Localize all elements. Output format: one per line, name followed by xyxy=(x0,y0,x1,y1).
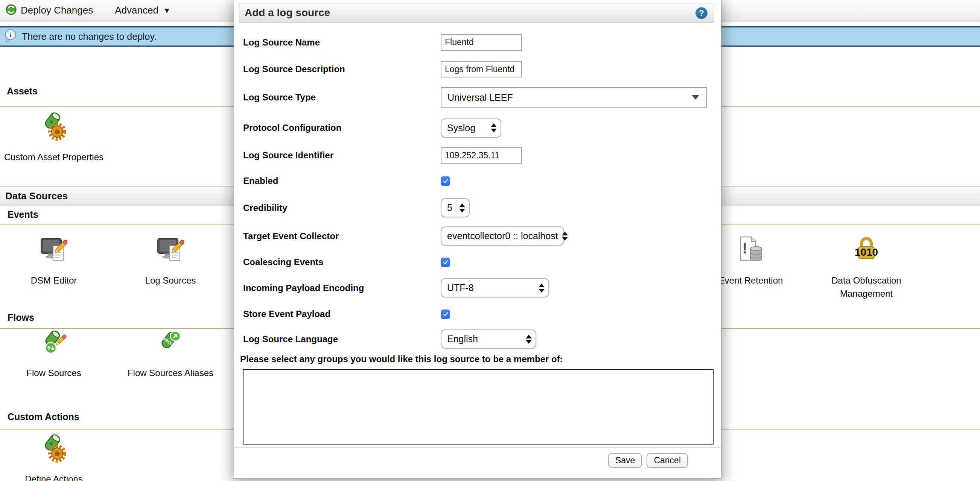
notice-text: There are no changes to deploy. xyxy=(22,31,157,42)
green-roll-alias-icon: ABCD xyxy=(156,330,185,359)
section-title-assets: Assets xyxy=(7,86,38,97)
bg-item-dsm-editor[interactable]: DSM Editor xyxy=(0,235,114,287)
bg-item-label: Flow Sources xyxy=(26,366,81,379)
bg-item-custom-asset-properties[interactable]: A cs Custom Asset Properties xyxy=(0,111,114,164)
advanced-menu-button[interactable]: Advanced ▼ xyxy=(115,5,170,16)
dialog-header: Add a log source ? xyxy=(239,3,714,22)
checkmark-icon xyxy=(442,259,449,265)
bg-item-define-actions[interactable]: A cs Define Actions xyxy=(0,433,114,481)
deploy-globe-icon xyxy=(6,4,17,17)
field-label-credibility: Credibility xyxy=(243,203,441,213)
svg-text:!: ! xyxy=(742,240,747,257)
field-label-log-source-identifier: Log Source Identifier xyxy=(243,150,441,160)
bg-item-data-obfuscation-management[interactable]: 1010 Data ObfuscationManagement xyxy=(806,235,927,300)
checkmark-icon xyxy=(442,178,449,184)
svg-text:cs: cs xyxy=(55,452,59,456)
incoming-payload-encoding-select[interactable]: UTF-8 xyxy=(441,278,549,297)
deploy-changes-button[interactable]: Deploy Changes xyxy=(6,4,93,17)
protocol-configuration-select[interactable]: Syslog xyxy=(441,119,501,138)
save-button[interactable]: Save xyxy=(608,453,642,468)
chevron-down-icon xyxy=(692,95,699,100)
field-label-store-event-payload: Store Event Payload xyxy=(243,309,441,319)
log-source-name-input[interactable] xyxy=(441,34,522,51)
field-label-log-source-language: Log Source Language xyxy=(243,334,441,344)
select-arrows-icon xyxy=(539,284,544,292)
money-roll-gear-icon: A cs xyxy=(39,433,68,465)
bg-item-label: Log Sources xyxy=(145,274,196,287)
bg-item-flow-sources[interactable]: Flow Sources xyxy=(0,330,114,379)
qradar-admin-screen: Deploy Changes Advanced ▼ i There are no… xyxy=(0,0,980,481)
groups-list-box[interactable] xyxy=(243,369,714,444)
log-source-description-input[interactable] xyxy=(441,61,522,78)
credibility-select[interactable]: 5 xyxy=(441,198,470,217)
field-label-log-source-name: Log Source Name xyxy=(243,37,441,48)
target-event-collector-select[interactable]: eventcollector0 :: localhost xyxy=(441,226,564,246)
dialog-title: Add a log source xyxy=(245,7,330,19)
section-bar-title: Data Sources xyxy=(5,190,68,202)
bg-item-log-sources[interactable]: Log Sources xyxy=(110,235,231,287)
monitor-edit-icon xyxy=(40,235,67,266)
log-source-identifier-input[interactable] xyxy=(441,147,522,164)
field-label-log-source-description: Log Source Description xyxy=(243,64,441,75)
dialog-buttons: Save Cancel xyxy=(608,453,688,468)
bg-item-label: Event Retention xyxy=(719,274,783,287)
log-source-language-select[interactable]: English xyxy=(441,329,536,349)
enabled-checkbox[interactable] xyxy=(441,176,450,186)
groups-prompt: Please select any groups you would like … xyxy=(240,354,563,364)
chevron-down-icon: ▼ xyxy=(163,6,171,15)
select-arrows-icon xyxy=(491,123,497,132)
log-source-type-combobox[interactable]: Universal LEEF xyxy=(441,87,707,108)
select-arrows-icon xyxy=(526,335,532,344)
coalescing-events-checkbox[interactable] xyxy=(441,258,450,267)
bg-item-label: Custom Asset Properties xyxy=(4,151,103,164)
field-label-log-source-type: Log Source Type xyxy=(243,92,441,103)
field-label-protocol-configuration: Protocol Configuration xyxy=(243,122,441,133)
store-event-payload-checkbox[interactable] xyxy=(441,310,450,319)
footer-divider xyxy=(234,447,721,448)
svg-text:i: i xyxy=(10,31,11,39)
field-label-coalescing-events: Coalescing Events xyxy=(243,257,441,267)
info-balloon-icon: i xyxy=(0,29,18,44)
add-log-source-dialog: Add a log source ? Log Source Name Log S… xyxy=(234,0,721,479)
section-title-events: Events xyxy=(8,209,38,220)
select-arrows-icon xyxy=(459,203,465,213)
section-title-custom-actions: Custom Actions xyxy=(8,411,80,422)
bg-item-flow-sources-aliases[interactable]: ABCD Flow Sources Aliases xyxy=(110,330,231,379)
advanced-label: Advanced xyxy=(115,5,158,16)
gold-lock-1010-icon: 1010 xyxy=(853,235,880,266)
help-icon[interactable]: ? xyxy=(695,7,708,19)
bg-item-label: DSM Editor xyxy=(31,274,77,287)
field-label-incoming-payload-encoding: Incoming Payload Encoding xyxy=(243,283,441,293)
money-roll-gear-icon: A cs xyxy=(39,111,68,143)
green-roll-arrows-icon xyxy=(39,330,68,359)
section-title-flows: Flows xyxy=(8,312,34,323)
bg-item-label: Define Actions xyxy=(25,472,83,481)
svg-text:1010: 1010 xyxy=(855,246,878,258)
svg-text:cs: cs xyxy=(55,130,59,134)
monitor-edit-icon xyxy=(157,235,184,266)
cancel-button[interactable]: Cancel xyxy=(647,453,688,468)
document-database-icon: ! xyxy=(738,235,764,266)
bg-item-label: Data ObfuscationManagement xyxy=(831,274,901,300)
select-arrows-icon xyxy=(562,232,568,241)
field-label-enabled: Enabled xyxy=(243,176,441,186)
deploy-changes-label: Deploy Changes xyxy=(21,5,93,16)
log-source-type-value: Universal LEEF xyxy=(447,92,513,103)
checkmark-icon xyxy=(442,311,449,317)
bg-item-label: Flow Sources Aliases xyxy=(127,366,213,379)
field-label-target-event-collector: Target Event Collector xyxy=(243,231,441,241)
